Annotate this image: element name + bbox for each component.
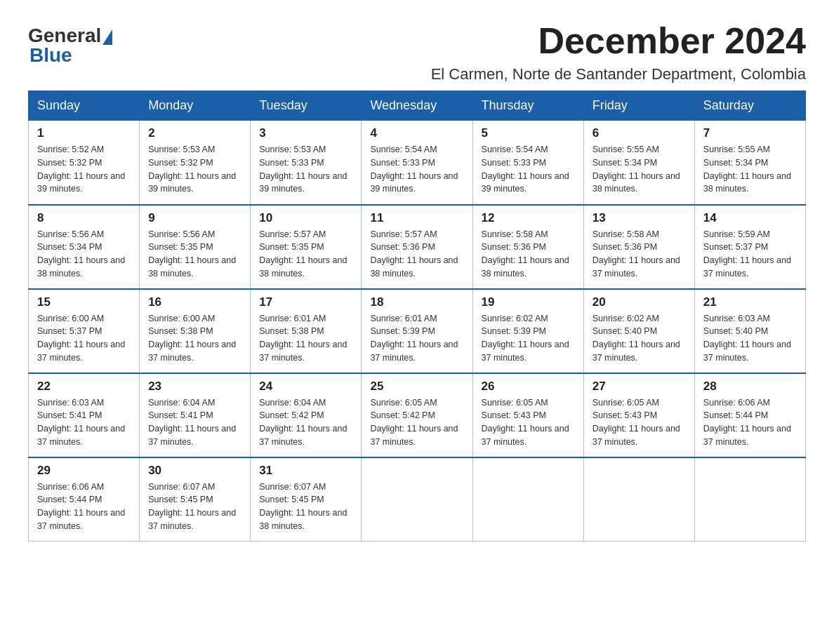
calendar-cell: 5Sunrise: 5:54 AMSunset: 5:33 PMDaylight… — [472, 121, 583, 205]
month-title: December 2024 — [431, 21, 806, 61]
day-info: Sunrise: 6:00 AMSunset: 5:38 PMDaylight:… — [148, 312, 241, 365]
day-number: 12 — [482, 211, 575, 225]
calendar-cell: 19Sunrise: 6:02 AMSunset: 5:39 PMDayligh… — [472, 289, 583, 373]
calendar-cell: 1Sunrise: 5:52 AMSunset: 5:32 PMDaylight… — [29, 121, 140, 205]
day-number: 8 — [37, 211, 131, 225]
weekday-header-saturday: Saturday — [694, 91, 805, 121]
day-number: 23 — [148, 380, 241, 394]
calendar-table: SundayMondayTuesdayWednesdayThursdayFrid… — [28, 90, 806, 542]
weekday-header-monday: Monday — [140, 91, 251, 121]
calendar-cell: 14Sunrise: 5:59 AMSunset: 5:37 PMDayligh… — [694, 205, 805, 289]
day-info: Sunrise: 5:54 AMSunset: 5:33 PMDaylight:… — [370, 143, 463, 196]
day-number: 2 — [148, 126, 241, 140]
day-number: 15 — [37, 295, 131, 309]
day-number: 24 — [259, 380, 352, 394]
calendar-cell: 21Sunrise: 6:03 AMSunset: 5:40 PMDayligh… — [694, 289, 805, 373]
day-info: Sunrise: 5:53 AMSunset: 5:33 PMDaylight:… — [259, 143, 352, 196]
day-info: Sunrise: 5:54 AMSunset: 5:33 PMDaylight:… — [482, 143, 575, 196]
calendar-cell: 9Sunrise: 5:56 AMSunset: 5:35 PMDaylight… — [140, 205, 251, 289]
weekday-header-tuesday: Tuesday — [251, 91, 362, 121]
day-number: 20 — [593, 295, 686, 309]
day-number: 29 — [37, 464, 131, 478]
calendar-cell: 4Sunrise: 5:54 AMSunset: 5:33 PMDaylight… — [362, 121, 472, 205]
day-info: Sunrise: 6:05 AMSunset: 5:43 PMDaylight:… — [593, 396, 686, 449]
day-info: Sunrise: 5:55 AMSunset: 5:34 PMDaylight:… — [593, 143, 686, 196]
day-number: 5 — [482, 126, 575, 140]
calendar-cell: 6Sunrise: 5:55 AMSunset: 5:34 PMDaylight… — [583, 121, 694, 205]
day-number: 19 — [482, 295, 575, 309]
calendar-cell: 3Sunrise: 5:53 AMSunset: 5:33 PMDaylight… — [251, 121, 362, 205]
calendar-cell: 23Sunrise: 6:04 AMSunset: 5:41 PMDayligh… — [140, 373, 251, 457]
weekday-header-friday: Friday — [583, 91, 694, 121]
day-number: 31 — [259, 464, 352, 478]
day-info: Sunrise: 6:07 AMSunset: 5:45 PMDaylight:… — [148, 481, 241, 533]
day-info: Sunrise: 6:02 AMSunset: 5:40 PMDaylight:… — [593, 312, 686, 365]
day-info: Sunrise: 5:53 AMSunset: 5:32 PMDaylight:… — [148, 143, 241, 196]
calendar-cell: 7Sunrise: 5:55 AMSunset: 5:34 PMDaylight… — [694, 121, 805, 205]
day-number: 18 — [370, 295, 463, 309]
day-info: Sunrise: 5:56 AMSunset: 5:35 PMDaylight:… — [148, 228, 241, 281]
calendar-cell: 30Sunrise: 6:07 AMSunset: 5:45 PMDayligh… — [140, 457, 251, 542]
day-info: Sunrise: 6:04 AMSunset: 5:42 PMDaylight:… — [259, 396, 352, 449]
calendar-cell — [583, 457, 694, 542]
calendar-cell: 24Sunrise: 6:04 AMSunset: 5:42 PMDayligh… — [251, 373, 362, 457]
calendar-cell: 29Sunrise: 6:06 AMSunset: 5:44 PMDayligh… — [29, 457, 140, 542]
logo: General Blue — [28, 21, 112, 67]
calendar-cell — [694, 457, 805, 542]
calendar-cell — [472, 457, 583, 542]
logo-blue-text: Blue — [29, 44, 72, 67]
calendar-week-row: 22Sunrise: 6:03 AMSunset: 5:41 PMDayligh… — [29, 373, 806, 457]
calendar-week-row: 15Sunrise: 6:00 AMSunset: 5:37 PMDayligh… — [29, 289, 806, 373]
calendar-cell — [362, 457, 472, 542]
calendar-cell: 18Sunrise: 6:01 AMSunset: 5:39 PMDayligh… — [362, 289, 472, 373]
day-info: Sunrise: 6:07 AMSunset: 5:45 PMDaylight:… — [259, 481, 352, 533]
day-number: 3 — [259, 126, 352, 140]
day-info: Sunrise: 6:01 AMSunset: 5:38 PMDaylight:… — [259, 312, 352, 365]
day-info: Sunrise: 5:57 AMSunset: 5:36 PMDaylight:… — [370, 228, 463, 281]
day-number: 14 — [703, 211, 797, 225]
day-info: Sunrise: 6:01 AMSunset: 5:39 PMDaylight:… — [370, 312, 463, 365]
calendar-cell: 20Sunrise: 6:02 AMSunset: 5:40 PMDayligh… — [583, 289, 694, 373]
calendar-cell: 25Sunrise: 6:05 AMSunset: 5:42 PMDayligh… — [362, 373, 472, 457]
day-info: Sunrise: 6:00 AMSunset: 5:37 PMDaylight:… — [37, 312, 131, 365]
day-info: Sunrise: 6:05 AMSunset: 5:42 PMDaylight:… — [370, 396, 463, 449]
calendar-cell: 26Sunrise: 6:05 AMSunset: 5:43 PMDayligh… — [472, 373, 583, 457]
day-number: 10 — [259, 211, 352, 225]
calendar-cell: 27Sunrise: 6:05 AMSunset: 5:43 PMDayligh… — [583, 373, 694, 457]
calendar-cell: 31Sunrise: 6:07 AMSunset: 5:45 PMDayligh… — [251, 457, 362, 542]
day-info: Sunrise: 6:04 AMSunset: 5:41 PMDaylight:… — [148, 396, 241, 449]
weekday-header-thursday: Thursday — [472, 91, 583, 121]
day-number: 16 — [148, 295, 241, 309]
day-number: 1 — [37, 126, 131, 140]
title-area: December 2024 El Carmen, Norte de Santan… — [431, 21, 806, 83]
logo-triangle-icon — [102, 29, 112, 45]
calendar-cell: 17Sunrise: 6:01 AMSunset: 5:38 PMDayligh… — [251, 289, 362, 373]
day-number: 9 — [148, 211, 241, 225]
calendar-cell: 15Sunrise: 6:00 AMSunset: 5:37 PMDayligh… — [29, 289, 140, 373]
day-info: Sunrise: 5:58 AMSunset: 5:36 PMDaylight:… — [593, 228, 686, 281]
calendar-cell: 22Sunrise: 6:03 AMSunset: 5:41 PMDayligh… — [29, 373, 140, 457]
day-info: Sunrise: 6:06 AMSunset: 5:44 PMDaylight:… — [37, 481, 131, 533]
weekday-header-wednesday: Wednesday — [362, 91, 472, 121]
header: General Blue December 2024 El Carmen, No… — [28, 21, 806, 83]
calendar-week-row: 1Sunrise: 5:52 AMSunset: 5:32 PMDaylight… — [29, 121, 806, 205]
day-number: 17 — [259, 295, 352, 309]
day-number: 30 — [148, 464, 241, 478]
day-info: Sunrise: 6:03 AMSunset: 5:41 PMDaylight:… — [37, 396, 131, 449]
day-info: Sunrise: 5:57 AMSunset: 5:35 PMDaylight:… — [259, 228, 352, 281]
weekday-header-row: SundayMondayTuesdayWednesdayThursdayFrid… — [29, 91, 806, 121]
calendar-cell: 2Sunrise: 5:53 AMSunset: 5:32 PMDaylight… — [140, 121, 251, 205]
day-number: 26 — [482, 380, 575, 394]
weekday-header-sunday: Sunday — [29, 91, 140, 121]
day-info: Sunrise: 5:56 AMSunset: 5:34 PMDaylight:… — [37, 228, 131, 281]
day-info: Sunrise: 5:52 AMSunset: 5:32 PMDaylight:… — [37, 143, 131, 196]
calendar-cell: 12Sunrise: 5:58 AMSunset: 5:36 PMDayligh… — [472, 205, 583, 289]
day-number: 25 — [370, 380, 463, 394]
location-title: El Carmen, Norte de Santander Department… — [431, 65, 806, 83]
calendar-cell: 11Sunrise: 5:57 AMSunset: 5:36 PMDayligh… — [362, 205, 472, 289]
day-number: 11 — [370, 211, 463, 225]
calendar-cell: 13Sunrise: 5:58 AMSunset: 5:36 PMDayligh… — [583, 205, 694, 289]
calendar-week-row: 8Sunrise: 5:56 AMSunset: 5:34 PMDaylight… — [29, 205, 806, 289]
day-info: Sunrise: 5:55 AMSunset: 5:34 PMDaylight:… — [703, 143, 797, 196]
calendar-cell: 16Sunrise: 6:00 AMSunset: 5:38 PMDayligh… — [140, 289, 251, 373]
